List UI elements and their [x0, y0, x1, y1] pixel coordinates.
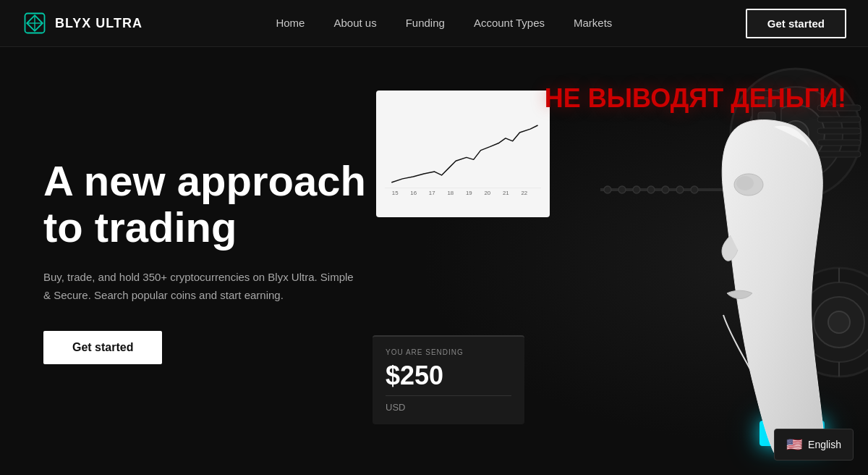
sending-label: YOU ARE SENDING [386, 348, 511, 356]
svg-text:21: 21 [503, 190, 509, 196]
brand-name: BLYX ULTRA [55, 16, 142, 31]
nav-item-funding[interactable]: Funding [406, 17, 445, 30]
sending-card: YOU ARE SENDING $250 USD [373, 335, 524, 424]
nav-link-about[interactable]: About us [333, 17, 376, 29]
navbar-get-started-button[interactable]: Get started [746, 9, 846, 38]
sending-currency: USD [386, 395, 511, 413]
robot-head [722, 120, 825, 453]
hero-section: A new approach to trading Buy, trade, an… [0, 47, 868, 475]
nav-link-markets[interactable]: Markets [574, 17, 612, 29]
svg-point-28 [604, 186, 611, 193]
svg-point-34 [691, 186, 698, 193]
svg-text:20: 20 [484, 190, 490, 196]
svg-rect-16 [817, 128, 861, 134]
hero-title-line2: to trading [43, 203, 237, 251]
logo-area: BLYX ULTRA [22, 10, 142, 36]
svg-rect-18 [817, 151, 861, 157]
svg-point-29 [618, 186, 626, 193]
hero-left-content: A new approach to trading Buy, trade, an… [0, 158, 366, 364]
svg-point-36 [736, 176, 754, 190]
svg-text:16: 16 [410, 190, 417, 196]
svg-rect-17 [817, 140, 861, 146]
hero-title-line1: A new approach [43, 157, 366, 204]
nav-link-account-types[interactable]: Account Types [474, 17, 545, 29]
svg-point-22 [828, 311, 850, 333]
chart-svg: 15 16 17 18 19 20 21 22 [385, 99, 541, 209]
svg-rect-15 [817, 117, 861, 122]
chart-card: 15 16 17 18 19 20 21 22 [376, 91, 550, 217]
nav-item-account-types[interactable]: Account Types [474, 17, 545, 30]
svg-text:18: 18 [447, 190, 454, 196]
svg-text:19: 19 [466, 190, 472, 196]
language-label: English [808, 439, 841, 450]
nav-links: Home About us Funding Account Types Mark… [276, 17, 612, 30]
nav-link-home[interactable]: Home [276, 17, 305, 29]
svg-text:22: 22 [522, 190, 528, 196]
svg-text:15: 15 [392, 190, 399, 196]
hero-get-started-button[interactable]: Get started [43, 331, 162, 364]
hero-right-visual: НЕ ВЫВОДЯТ ДЕНЬГИ! [362, 47, 868, 475]
alert-text: НЕ ВЫВОДЯТ ДЕНЬГИ! [545, 83, 846, 114]
svg-point-30 [633, 186, 640, 193]
svg-text:17: 17 [429, 190, 435, 196]
svg-point-31 [647, 186, 655, 193]
hero-subtitle: Buy, trade, and hold 350+ cryptocurrenci… [43, 268, 354, 305]
nav-link-funding[interactable]: Funding [406, 17, 445, 29]
language-selector[interactable]: 🇺🇸 English [774, 429, 854, 461]
sending-amount: $250 [386, 361, 511, 391]
svg-point-32 [662, 186, 669, 193]
navbar: BLYX ULTRA Home About us Funding Account… [0, 0, 868, 47]
nav-item-home[interactable]: Home [276, 17, 305, 30]
nav-item-markets[interactable]: Markets [574, 17, 612, 30]
svg-point-33 [676, 186, 684, 193]
hero-title: A new approach to trading [43, 158, 366, 251]
flag-icon: 🇺🇸 [786, 437, 802, 453]
nav-item-about[interactable]: About us [333, 17, 376, 30]
logo-icon [22, 10, 48, 36]
